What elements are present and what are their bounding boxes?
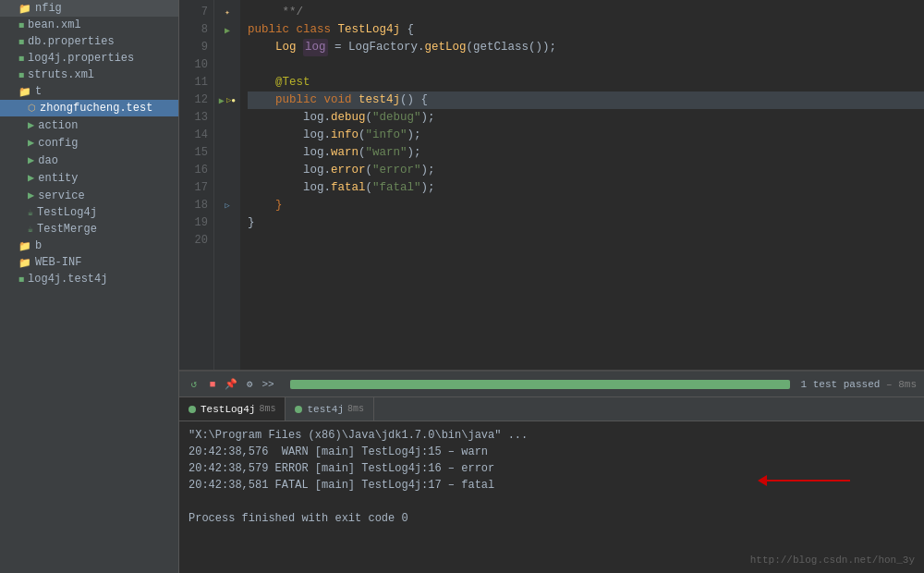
code-line-13: log.debug("debug"); [248,109,924,127]
gutter-line-20 [214,232,240,250]
code-lines: **/ public class TestLog4j { Log log = L… [240,0,924,370]
arrow-annotation [758,475,850,486]
sidebar-item-log4j-prop[interactable]: ◼ log4j.properties [0,50,178,67]
java-icon: ☕ [28,224,33,235]
folder-icon: 📁 [18,86,31,98]
bottom-panel: ↺ ■ 📌 ⚙ >> 1 test passed – 8ms TestLog4j… [179,370,924,573]
console-line-1: 20:42:38,576 WARN [main] TestLog4j:15 – … [188,444,915,460]
sidebar-item-testlog4j[interactable]: ☕ TestLog4j [0,204,178,221]
folder-icon: 📁 [18,3,31,15]
java-icon: ☕ [28,207,33,218]
gutter: ✦ ▶ ▶ ▷ ● ▷ [214,0,240,370]
gutter-line-7: ✦ [214,4,240,21]
main-area: 7 8 9 10 11 12 13 14 15 16 17 18 19 20 ✦… [179,0,924,573]
sidebar-item-testmerge[interactable]: ☕ TestMerge [0,221,178,238]
gutter-line-13 [214,109,240,127]
file-icon: ◼ [18,274,24,285]
file-icon: ◼ [18,19,24,30]
gutter-line-18: ▷ [214,197,240,214]
console-header-line: "X:\Program Files (x86)\Java\jdk1.7.0\bi… [188,427,915,444]
gutter-line-14 [214,127,240,144]
code-line-19: } [248,214,924,232]
arrow-line [767,480,850,482]
watermark: http://blog.csdn.net/hon_3y [750,555,915,566]
test-result-text: 1 test passed – 8ms [801,379,917,390]
console-line-exit: Process finished with exit code 0 [188,510,915,527]
sidebar: 📁 nfig ◼ bean.xml ◼ db.properties ◼ log4… [0,0,179,573]
code-line-18: } [248,197,924,214]
code-line-9: Log log = LogFactory.getLog(getClass()); [248,39,924,56]
sidebar-item-entity[interactable]: ▶ entity [0,169,178,187]
sidebar-item-bean[interactable]: ◼ bean.xml [0,17,178,33]
run-bar: ↺ ■ 📌 ⚙ >> 1 test passed – 8ms [179,372,924,397]
sidebar-item-config[interactable]: ▶ config [0,134,178,152]
file-icon: ◼ [18,53,24,64]
gutter-line-15 [214,144,240,162]
folder-icon: ▶ [28,153,34,167]
code-line-15: log.warn("warn"); [248,144,924,162]
code-line-20 [248,232,924,250]
sidebar-item-db[interactable]: ◼ db.properties [0,33,178,50]
run-icons: ↺ ■ 📌 ⚙ >> [187,377,275,392]
gutter-line-16 [214,162,240,179]
sidebar-item-t[interactable]: 📁 t [0,83,178,100]
console-output: "X:\Program Files (x86)\Java\jdk1.7.0\bi… [179,421,924,573]
console-line-blank [188,494,915,510]
sidebar-item-nfig[interactable]: 📁 nfig [0,0,178,17]
sidebar-item-b[interactable]: 📁 b [0,238,178,254]
code-line-10 [248,56,924,74]
sidebar-item-zhongfucheng[interactable]: ⬡ zhongfucheng.test [0,100,178,116]
pin-icon[interactable]: 📌 [224,377,238,392]
file-icon: ◼ [18,69,24,80]
settings-icon[interactable]: ⚙ [242,377,257,392]
code-line-7: **/ [248,4,924,21]
folder-icon: ▶ [28,136,34,150]
gutter-line-11 [214,74,240,91]
rerun-icon[interactable]: ↺ [187,377,201,392]
run-tab-dot-2 [295,406,302,413]
arrow-head [758,475,767,486]
progress-bar-container [290,380,790,389]
gutter-line-12: ▶ ▷ ● [214,91,240,109]
sidebar-item-dao[interactable]: ▶ dao [0,152,178,169]
folder-icon: ▶ [28,171,34,185]
stop-icon[interactable]: ■ [205,377,220,392]
sidebar-item-service[interactable]: ▶ service [0,187,178,204]
progress-bar-fill [290,380,790,389]
code-line-14: log.info("info"); [248,127,924,144]
code-line-17: log.fatal("fatal"); [248,179,924,197]
file-icon: ◼ [18,36,24,47]
folder-icon: ▶ [28,189,34,202]
folder-icon: 📁 [18,240,31,252]
sidebar-item-struts[interactable]: ◼ struts.xml [0,67,178,83]
folder-icon: ▶ [28,118,34,132]
line-numbers: 7 8 9 10 11 12 13 14 15 16 17 18 19 20 [179,0,214,370]
run-tab-testlog4j[interactable]: TestLog4j 8ms [179,397,286,421]
sidebar-item-log4j-test4j[interactable]: ◼ log4j.test4j [0,271,178,287]
sidebar-item-action[interactable]: ▶ action [0,116,178,134]
gutter-line-9 [214,39,240,56]
code-editor: 7 8 9 10 11 12 13 14 15 16 17 18 19 20 ✦… [179,0,924,370]
run-tab-test4j[interactable]: test4j 8ms [286,397,374,421]
gutter-line-17 [214,179,240,197]
gutter-line-10 [214,56,240,74]
code-line-11: @Test [248,74,924,91]
package-icon: ⬡ [28,103,36,114]
sidebar-item-webinf[interactable]: 📁 WEB-INF [0,254,178,271]
folder-icon: 📁 [18,257,31,269]
run-tabs: TestLog4j 8ms test4j 8ms [179,397,924,421]
code-line-8: public class TestLog4j { [248,21,924,39]
code-line-16: log.error("error"); [248,162,924,179]
code-line-12: public void test4j() { [248,91,924,109]
gutter-line-8: ▶ [214,21,240,39]
more-icon[interactable]: >> [261,377,275,392]
gutter-line-19 [214,214,240,232]
run-tab-dot [188,406,196,413]
